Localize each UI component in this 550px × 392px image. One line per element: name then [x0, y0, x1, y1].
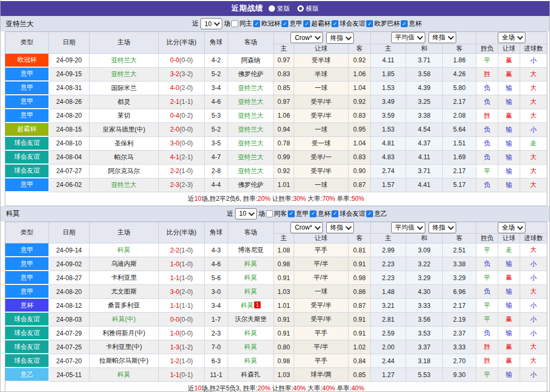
crow-select-value: Crow* — [295, 34, 312, 42]
avg-odds-cell: 5.17 — [443, 178, 476, 192]
results-table-wrap: 类型日期主场比分(半场)角球客场Crow*终指平均值终指全场主让球客主和客胜负让… — [1, 222, 549, 392]
page: 近期战绩 竖版 横版 亚特兰大近10场同主欧冠杯意甲超霸杯球会友谊欧罗巴杯意杯类… — [0, 0, 550, 392]
result-cell: 大 — [520, 95, 547, 109]
home-team-cell: 圣保利 — [90, 137, 159, 151]
summary-segment: 50% — [351, 195, 364, 202]
league-filter: 球会友谊 — [330, 209, 365, 218]
final-select[interactable]: 终指 — [326, 32, 354, 44]
league-cell: 球会友谊 — [5, 340, 49, 354]
crow-odds-cell: 受平/半 — [294, 299, 349, 313]
halftime-score: (1-0) — [180, 274, 193, 282]
same-venue-checkbox[interactable] — [266, 210, 273, 217]
result-cell: 赢 — [498, 354, 520, 368]
avg-select[interactable]: 平均值 — [391, 32, 425, 43]
score-cell: 3-2(3-2) — [159, 68, 205, 81]
score-cell: 3-0(0-0) — [159, 137, 205, 151]
score-cell: 4-0(2-0) — [159, 81, 205, 95]
result-cell: 小 — [520, 257, 547, 271]
avg-odds-cell: 2.00 — [371, 340, 406, 354]
score-cell: 2-1(1-1) — [159, 95, 205, 109]
crow-select[interactable]: Crow* — [290, 32, 323, 43]
result-cell: 输 — [498, 326, 520, 340]
league-checkbox[interactable] — [366, 210, 373, 217]
crow-odds-cell: 0.86 — [349, 285, 371, 299]
away-header: 客场 — [228, 32, 274, 54]
league-filter-label: 意乙 — [374, 209, 387, 218]
halftime-score: (3-2) — [180, 70, 193, 78]
games-count-select[interactable]: 10 — [200, 18, 222, 29]
league-checkbox[interactable] — [253, 20, 260, 27]
result-cell: 输 — [498, 95, 520, 109]
league-checkbox[interactable] — [281, 20, 288, 27]
score-cell: 1-1(1-1) — [159, 299, 205, 313]
home-team-cell: 亚特兰大 — [90, 68, 159, 81]
avg-sub-header: 客 — [443, 44, 476, 54]
fulltime-select[interactable]: 全场 — [498, 222, 525, 233]
fulltime-select[interactable]: 全场 — [498, 32, 525, 43]
crow-select[interactable]: Crow* — [290, 222, 323, 233]
date-cell: 24-07-27 — [49, 165, 90, 178]
league-filter-label: 意杯 — [409, 19, 422, 28]
crow-select-cell: Crow*终指 — [274, 222, 371, 234]
fulltime-select-value: 全场 — [502, 33, 515, 42]
avg-odds-cell: 3.71 — [406, 54, 443, 68]
games-count-select[interactable]: 10 — [235, 208, 257, 219]
date-cell: 24-08-31 — [49, 81, 90, 95]
halftime-score: (1-0) — [180, 167, 193, 175]
layout-radio-group: 竖版 横版 — [269, 4, 319, 13]
league-checkbox[interactable] — [331, 20, 338, 27]
avg-odds-cell: 1.53 — [371, 81, 406, 95]
league-checkbox[interactable] — [303, 20, 310, 27]
radio-selected-icon[interactable] — [269, 5, 275, 12]
league-checkbox[interactable] — [366, 20, 373, 27]
score-cell: 0-4(0-2) — [159, 109, 205, 123]
result-cell: 赢 — [498, 340, 520, 354]
full-sub-header: 胜负 — [476, 44, 498, 54]
avg-odds-cell: 5.53 — [406, 368, 443, 382]
home-team-cell: 都灵 — [90, 95, 159, 109]
league-checkbox[interactable] — [331, 210, 338, 217]
avg-odds-cell: 2.74 — [371, 165, 406, 178]
league-checkbox[interactable] — [310, 210, 317, 217]
league-checkbox[interactable] — [288, 210, 295, 217]
final-select-2[interactable]: 终指 — [428, 32, 456, 43]
crow-sub-header: 客 — [349, 44, 371, 54]
home-team-cell: 科莫 — [90, 243, 159, 257]
result-cell: 负 — [476, 257, 498, 271]
page-title: 近期战绩 — [231, 4, 263, 13]
avg-odds-cell: 3.71 — [406, 165, 443, 178]
avg-sub-header: 和 — [406, 234, 443, 243]
avg-select[interactable]: 平均值 — [391, 222, 425, 233]
full-sub-header: 进球数 — [520, 234, 547, 243]
summary-segment: 场,胜2平2负6, 胜率: — [201, 195, 257, 202]
league-filter: 超霸杯 — [302, 19, 330, 28]
crow-odds-cell: 受平/半 — [294, 165, 349, 178]
header-row-1: 类型日期主场比分(半场)角球客场Crow*终指平均值终指全场 — [5, 222, 547, 234]
table-row: 意甲24-09-15亚特兰大3-2(3-2)5-2佛罗伦萨0.83半球1.061… — [5, 68, 547, 81]
score-cell: 2-0(0-0) — [159, 123, 205, 137]
corner-cell: 3-4 — [205, 81, 228, 95]
crow-sub-header: 主 — [274, 234, 294, 243]
same-venue-checkbox[interactable] — [231, 20, 238, 27]
summary-row: 近10场,胜2平2负6, 胜率:20% 让胜率:30% 大率:70% 单率:50… — [5, 192, 547, 206]
result-cell: 大 — [520, 109, 547, 123]
league-checkbox[interactable] — [401, 20, 408, 27]
crow-odds-cell: 0.98 — [274, 257, 294, 271]
crow-odds-cell: 0.91 — [274, 313, 294, 326]
result-cell: 赢 — [498, 68, 520, 81]
table-row: 意甲24-08-27卡利亚里1-1(1-0)5-6科莫0.91平/半0.982.… — [5, 271, 547, 285]
summary-segment: 场,胜2平5负3, 胜率: — [201, 385, 257, 392]
radio-unselected-icon[interactable] — [297, 5, 304, 12]
date-cell: 24-07-20 — [49, 354, 90, 368]
score-header: 比分(半场) — [159, 222, 205, 244]
table-row: 超霸杯24-08-15皇家马德里(中)2-0(0-0)5-2亚特兰大0.94一球… — [5, 123, 547, 137]
halftime-score: (1-0) — [180, 260, 193, 268]
away-team-name: 阿森纳 — [241, 56, 261, 64]
radio-option-vertical[interactable]: 竖版 — [269, 4, 290, 13]
final-select[interactable]: 终指 — [326, 222, 354, 233]
avg-odds-cell: 6.96 — [443, 285, 476, 299]
league-cell: 意甲 — [5, 271, 49, 285]
fulltime-score: 1-0 — [170, 330, 179, 337]
radio-option-horizontal[interactable]: 横版 — [297, 4, 319, 13]
final-select-2[interactable]: 终指 — [428, 222, 456, 233]
